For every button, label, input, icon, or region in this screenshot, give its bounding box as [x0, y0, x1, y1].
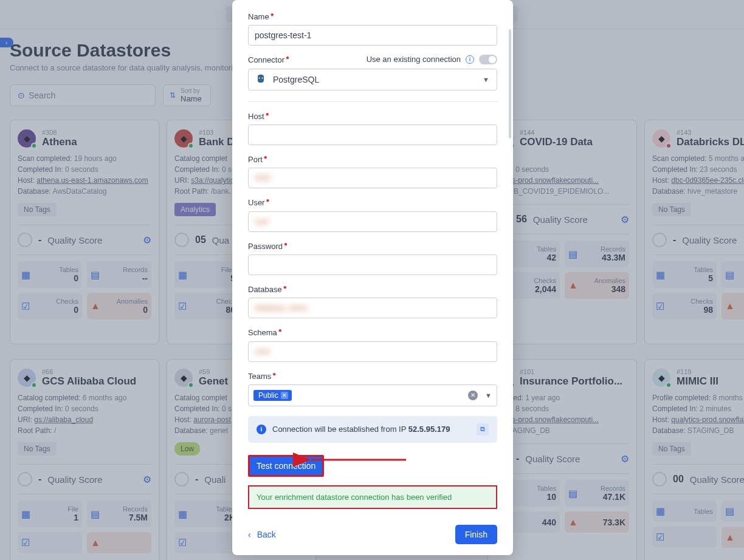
finish-button[interactable]: Finish [455, 525, 497, 544]
datastore-form-modal: Name● Connector● Use an existing connect… [232, 0, 513, 555]
chevron-down-icon: ▼ [483, 76, 489, 83]
postgresql-icon [255, 73, 267, 86]
svg-point-1 [262, 77, 263, 79]
host-label: Host● [248, 111, 497, 121]
teams-label: Teams● [248, 370, 497, 381]
teams-select[interactable]: Public✕ ✕ ▼ [248, 384, 497, 406]
clear-icon[interactable]: ✕ [468, 391, 478, 400]
schema-label: Schema● [248, 327, 497, 337]
password-label: Password● [248, 241, 497, 251]
name-label: Name● [248, 11, 497, 21]
info-icon[interactable]: i [466, 55, 474, 64]
ip-info-banner: i Connection will be established from IP… [248, 416, 497, 443]
test-connection-button[interactable]: Test connection [248, 455, 324, 477]
back-button[interactable]: ‹ Back [248, 530, 276, 539]
chevron-left-icon: ‹ [248, 530, 251, 539]
existing-connection-label: Use an existing connection [367, 55, 461, 64]
password-input[interactable] [248, 254, 497, 275]
database-label: Database● [248, 284, 497, 294]
database-input[interactable]: database_name [248, 298, 497, 318]
modal-scrollbar[interactable] [509, 29, 511, 138]
team-chip[interactable]: Public✕ [253, 390, 292, 401]
existing-connection-toggle[interactable] [479, 55, 497, 64]
schema-input[interactable]: sche [248, 341, 497, 362]
success-message: Your enrichment datastore connection has… [248, 485, 497, 509]
svg-point-0 [259, 77, 260, 79]
connector-select[interactable]: PostgreSQL ▼ [248, 69, 497, 90]
port-input[interactable]: 5432 [248, 168, 497, 188]
chevron-down-icon: ▼ [485, 392, 492, 399]
connector-label: Connector● [248, 54, 289, 64]
name-input[interactable] [248, 25, 497, 46]
port-label: Port● [248, 154, 497, 164]
info-icon: i [257, 425, 266, 434]
copy-icon[interactable]: ⧉ [477, 423, 489, 435]
user-input[interactable]: user [248, 211, 497, 232]
close-icon[interactable]: ✕ [281, 392, 288, 399]
user-label: User● [248, 197, 497, 207]
host-input[interactable] [248, 125, 497, 145]
